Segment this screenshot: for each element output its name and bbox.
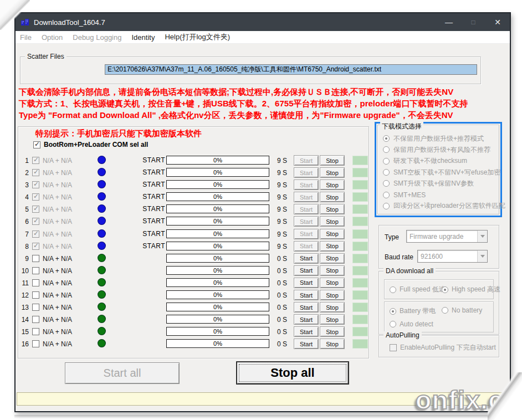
type-dropdown-arrow-icon[interactable] — [477, 231, 487, 242]
row-start-button[interactable]: Start — [294, 326, 319, 337]
row-progress-bar: 0% — [166, 192, 269, 201]
row-stop-button[interactable]: Stop — [320, 180, 345, 190]
row-stop-button[interactable]: Stop — [320, 339, 345, 349]
radio-auto-detect[interactable]: Auto detect — [390, 320, 433, 328]
row-status-box — [352, 339, 368, 349]
radio-battery[interactable]: Battery 带电 — [390, 306, 436, 316]
download-row-6: 6N/A + N/ASTART0%9 SStartStop — [18, 216, 369, 228]
row-checkbox[interactable] — [32, 279, 39, 286]
progress-percent: 0% — [213, 316, 222, 322]
status-led-icon — [98, 339, 106, 347]
row-port-label: N/A + N/A — [43, 218, 72, 226]
baud-dropdown-arrow-icon[interactable] — [477, 250, 487, 262]
row-start-button[interactable]: Start — [294, 216, 319, 227]
row-stop-button[interactable]: Stop — [320, 192, 345, 202]
row-start-button[interactable]: Start — [294, 253, 319, 264]
menu-item-identity[interactable]: Identity — [131, 33, 155, 42]
row-stop-button[interactable]: Stop — [320, 167, 345, 178]
maximize-icon[interactable]: □ — [461, 13, 485, 31]
row-stop-button[interactable]: Stop — [320, 253, 345, 264]
type-combobox[interactable]: Firmware upgrade — [406, 230, 488, 243]
row-start-button[interactable]: Start — [294, 229, 319, 239]
row-checkbox[interactable] — [32, 255, 39, 262]
da-download-group: DA download all Full speed 低速 High speed… — [378, 271, 499, 335]
radio-icon — [383, 146, 390, 153]
row-stop-button[interactable]: Stop — [320, 326, 345, 337]
radio-full-speed[interactable]: Full speed 低速 — [390, 285, 446, 294]
row-start-indicator: START — [134, 217, 165, 225]
row-start-button[interactable]: Start — [294, 180, 319, 190]
row-stop-button[interactable]: Stop — [320, 278, 345, 288]
mode-option-6[interactable]: SMT+MES — [383, 189, 498, 200]
row-checkbox[interactable] — [32, 243, 39, 250]
mode-option-label: SMT+MES — [393, 191, 426, 199]
radio-no-battery[interactable]: No battery — [442, 306, 482, 314]
type-baud-group: Type Firmware upgrade Baud rate 921600 — [378, 225, 499, 269]
row-start-button[interactable]: Start — [294, 241, 319, 252]
row-stop-button[interactable]: Stop — [320, 155, 345, 166]
radio-icon — [383, 180, 390, 187]
baud-rate-combobox[interactable]: 921600 — [417, 250, 488, 263]
radio-icon — [383, 203, 390, 209]
row-checkbox[interactable] — [32, 291, 39, 299]
stop-all-button[interactable]: Stop all — [236, 361, 349, 385]
radio-icon — [383, 158, 390, 165]
mode-option-1[interactable]: 不保留用户数据升级+推荐模式 — [383, 133, 498, 144]
menu-item-help[interactable]: Help(打开log文件夹) — [165, 32, 230, 42]
row-stop-button[interactable]: Stop — [320, 314, 345, 325]
autopulling-group: AutoPulling EnableAutoPulling 下完自动start — [378, 335, 499, 357]
row-stop-button[interactable]: Stop — [320, 241, 345, 252]
menu-item-file[interactable]: File — [20, 33, 32, 42]
row-checkbox[interactable] — [32, 169, 39, 176]
row-start-button[interactable]: Start — [294, 339, 319, 349]
row-stop-button[interactable]: Stop — [320, 229, 345, 239]
row-checkbox[interactable] — [32, 328, 39, 335]
mode-option-4[interactable]: SMT空板下载+不留NV+写efuse加密 — [383, 167, 498, 178]
row-checkbox[interactable] — [32, 340, 39, 347]
row-start-button[interactable]: Start — [294, 278, 319, 288]
start-all-button[interactable]: Start all — [65, 362, 180, 384]
mode-option-2[interactable]: 保留用户数据升级+有风险不推荐 — [383, 144, 498, 155]
row-status-box — [352, 168, 368, 177]
row-stop-button[interactable]: Stop — [320, 302, 345, 313]
mode-option-3[interactable]: 研发下载+不做checksum — [383, 156, 498, 167]
row-start-button[interactable]: Start — [294, 265, 319, 276]
row-checkbox[interactable] — [32, 231, 39, 238]
row-stop-button[interactable]: Stop — [320, 204, 345, 214]
mode-option-5[interactable]: SMT升级下载+保留NV参数 — [383, 178, 498, 189]
row-checkbox[interactable] — [32, 206, 39, 213]
row-start-button[interactable]: Start — [294, 314, 319, 325]
radio-icon — [442, 307, 448, 314]
menu-item-option[interactable]: Option — [42, 33, 63, 42]
row-stop-button[interactable]: Stop — [320, 290, 345, 300]
row-port-label: N/A + N/A — [43, 169, 72, 177]
row-start-button[interactable]: Start — [294, 167, 319, 178]
autopulling-checkbox[interactable] — [390, 344, 397, 351]
row-status-box — [352, 266, 368, 275]
row-checkbox[interactable] — [32, 267, 39, 274]
row-start-button[interactable]: Start — [294, 302, 319, 313]
menu-item-debug-logging[interactable]: Debug Logging — [73, 33, 121, 42]
row-start-button[interactable]: Start — [294, 290, 319, 300]
mode-option-7[interactable]: 回读分区+读preloader分区需软件匹配 — [383, 201, 498, 212]
row-checkbox[interactable] — [32, 218, 39, 225]
status-led-icon — [98, 180, 106, 188]
select-all-checkbox[interactable] — [33, 141, 40, 148]
row-start-button[interactable]: Start — [294, 192, 319, 202]
minimize-icon[interactable]: — — [437, 13, 461, 31]
row-start-button[interactable]: Start — [294, 204, 319, 214]
row-stop-button[interactable]: Stop — [320, 265, 345, 276]
radio-icon — [383, 135, 390, 142]
row-checkbox[interactable] — [32, 316, 39, 323]
scatter-file-path-field[interactable]: E:\20170626\A37M\A37m_11_A.06_160505_纯净版… — [105, 64, 477, 75]
row-stop-button[interactable]: Stop — [320, 216, 345, 227]
row-checkbox[interactable] — [32, 181, 39, 188]
close-icon[interactable]: ✕ — [485, 13, 510, 31]
row-checkbox[interactable] — [32, 157, 39, 164]
row-start-button[interactable]: Start — [294, 155, 319, 166]
row-status-box — [352, 229, 368, 239]
row-checkbox[interactable] — [32, 304, 39, 311]
row-checkbox[interactable] — [32, 193, 39, 201]
radio-high-speed[interactable]: High speed 高速 — [442, 285, 500, 294]
autopulling-row[interactable]: EnableAutoPulling 下完自动start — [390, 343, 496, 352]
